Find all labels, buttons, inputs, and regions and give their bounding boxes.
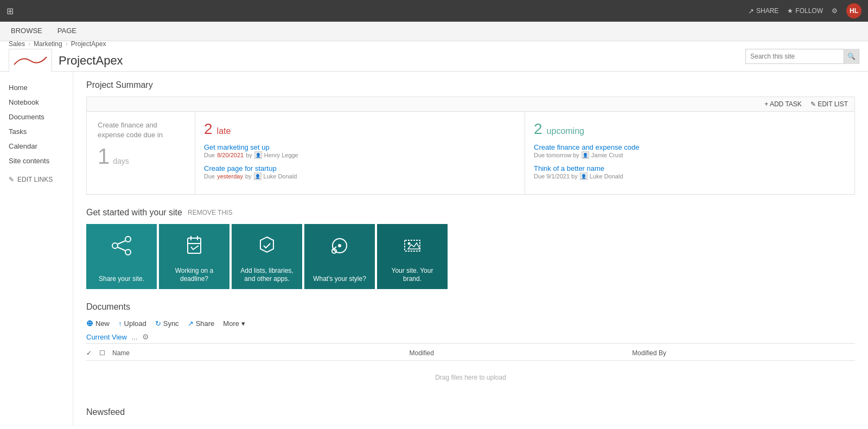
upcoming-task-1: Create finance and expense code Due tomo… (534, 143, 846, 159)
get-started-title: Get started with your site (86, 208, 182, 217)
tile-deadline[interactable]: Working on a deadline? (159, 224, 229, 289)
style-tile-icon (329, 235, 350, 261)
svg-marker-9 (260, 237, 273, 252)
tab-page[interactable]: PAGE (55, 22, 79, 40)
upcoming-task-2: Think of a better name Due 9/1/2021 by 👤… (534, 164, 846, 180)
content-area: Project Summary + ADD TASK ✎ EDIT LIST C… (73, 72, 868, 426)
current-view-label[interactable]: Current View (86, 333, 127, 341)
star-icon: ★ (787, 7, 793, 15)
deadline-tile-icon (183, 235, 205, 261)
ribbon: BROWSE PAGE (0, 22, 868, 41)
page-title: ProjectApex (59, 54, 123, 68)
svg-line-3 (118, 241, 125, 244)
sidebar-item-notebook[interactable]: Notebook (0, 95, 73, 110)
upcoming-panel: 2 upcoming Create finance and expense co… (525, 112, 854, 194)
ellipsis-button[interactable]: ... (131, 332, 138, 341)
sidebar-item-tasks[interactable]: Tasks (0, 124, 73, 139)
settings-button[interactable]: ⚙ (832, 7, 838, 15)
avatar[interactable]: HL (846, 3, 861, 18)
sidebar-item-documents[interactable]: Documents (0, 110, 73, 124)
project-summary-title: Project Summary (86, 80, 855, 90)
view-settings-icon[interactable]: ⚙ (142, 332, 149, 341)
upcoming-label: upcoming (547, 126, 584, 136)
sidebar-item-calendar[interactable]: Calendar (0, 139, 73, 153)
site-header-left: Sales › Marketing › ProjectApex ProjectA… (9, 40, 123, 73)
tile-style[interactable]: What's your style? (304, 224, 375, 289)
svg-line-4 (118, 247, 125, 251)
svg-point-11 (338, 244, 341, 247)
breadcrumb: Sales › Marketing › ProjectApex (9, 40, 123, 48)
late-task-1: Get marketing set up Due 8/20/2021 by 👤 … (204, 143, 516, 159)
doc-table-header: ✓ ☐ Name Modified Modified By (86, 346, 855, 361)
site-header: Sales › Marketing › ProjectApex ProjectA… (0, 41, 868, 72)
late-panel: 2 late Get marketing set up Due 8/20/202… (195, 112, 525, 194)
tile-apps[interactable]: Add lists, libraries, and other apps. (232, 224, 302, 289)
late-count-label: 2 late (204, 120, 516, 138)
sync-button[interactable]: ↻ Sync (155, 319, 179, 328)
search-input[interactable] (746, 53, 844, 60)
overdue-days-count: 1 (98, 144, 110, 169)
share-tile-icon (111, 235, 132, 261)
tiles-row: Share your site. Working on a deadline? (86, 224, 855, 289)
chevron-down-icon: ▾ (241, 319, 245, 328)
follow-button[interactable]: ★ FOLLOW (787, 7, 823, 15)
upload-button[interactable]: ↑ Upload (118, 319, 146, 328)
search-button[interactable]: 🔍 (844, 49, 859, 64)
person-icon-3: 👤 (582, 151, 589, 159)
share-button[interactable]: ↗ SHARE (748, 7, 778, 15)
sidebar-item-home[interactable]: Home (0, 80, 73, 95)
newsfeed-title: Newsfeed (86, 407, 855, 417)
apps-tile-icon (256, 235, 278, 261)
edit-list-button[interactable]: ✎ EDIT LIST (810, 100, 848, 108)
tab-browse[interactable]: BROWSE (9, 22, 44, 40)
breadcrumb-projectapex[interactable]: ProjectApex (71, 40, 106, 48)
tile-style-label: What's your style? (313, 275, 366, 284)
remove-this-button[interactable]: REMOVE THIS (188, 209, 232, 216)
late-label: late (217, 126, 231, 136)
get-started-header: Get started with your site REMOVE THIS (86, 208, 855, 217)
settings-icon: ⚙ (832, 7, 838, 15)
more-button[interactable]: More ▾ (223, 319, 245, 328)
project-summary-box: + ADD TASK ✎ EDIT LIST Create finance an… (86, 97, 855, 195)
edit-links-icon: ✎ (9, 176, 14, 183)
tile-apps-label: Add lists, libraries, and other apps. (236, 267, 298, 284)
drop-zone: Drag files here to upload (86, 361, 855, 394)
tile-share[interactable]: Share your site. (86, 224, 157, 289)
tile-deadline-label: Working on a deadline? (163, 267, 225, 284)
summary-content: Create finance and expense code due in 1… (87, 112, 854, 194)
svg-rect-5 (188, 238, 201, 253)
share-icon: ↗ (748, 7, 754, 15)
sidebar-item-site-contents[interactable]: Site contents (0, 153, 73, 168)
sidebar: Home Notebook Documents Tasks Calendar S… (0, 72, 73, 426)
summary-toolbar: + ADD TASK ✎ EDIT LIST (87, 97, 854, 112)
sidebar-item-edit-links[interactable]: ✎ EDIT LINKS (0, 172, 73, 187)
tile-brand[interactable]: Your site. Your brand. (377, 224, 448, 289)
add-task-button[interactable]: + ADD TASK (764, 100, 802, 108)
col-name[interactable]: Name (112, 349, 410, 357)
top-bar-right: ↗ SHARE ★ FOLLOW ⚙ HL (748, 3, 861, 18)
file-icon-column: ☐ (99, 349, 112, 357)
breadcrumb-sales[interactable]: Sales (9, 40, 25, 48)
col-modified-by[interactable]: Modified By (632, 349, 855, 357)
person-icon-2: 👤 (254, 172, 261, 180)
upcoming-count: 2 (534, 120, 542, 138)
upload-icon: ↑ (118, 319, 122, 328)
top-bar-left: ⊞ (7, 6, 14, 16)
waffle-icon[interactable]: ⊞ (7, 6, 14, 16)
share-doc-button[interactable]: ↗ Share (188, 319, 215, 328)
doc-toolbar: ⊕ New ↑ Upload ↻ Sync ↗ Share More ▾ (86, 318, 855, 328)
sync-icon: ↻ (155, 319, 161, 328)
share-doc-icon: ↗ (188, 319, 194, 328)
new-button[interactable]: ⊕ New (86, 318, 110, 328)
main-layout: Home Notebook Documents Tasks Calendar S… (0, 72, 868, 426)
overdue-description: Create finance and expense code due in (98, 120, 184, 140)
check-column: ✓ (86, 349, 99, 357)
site-logo (9, 49, 52, 73)
person-icon-4: 👤 (580, 172, 588, 180)
overdue-panel: Create finance and expense code due in 1… (87, 112, 195, 194)
documents-section: Documents ⊕ New ↑ Upload ↻ Sync ↗ Share (86, 302, 855, 394)
svg-point-1 (125, 236, 131, 242)
breadcrumb-marketing[interactable]: Marketing (34, 40, 62, 48)
col-modified[interactable]: Modified (410, 349, 633, 357)
svg-point-2 (125, 249, 131, 255)
